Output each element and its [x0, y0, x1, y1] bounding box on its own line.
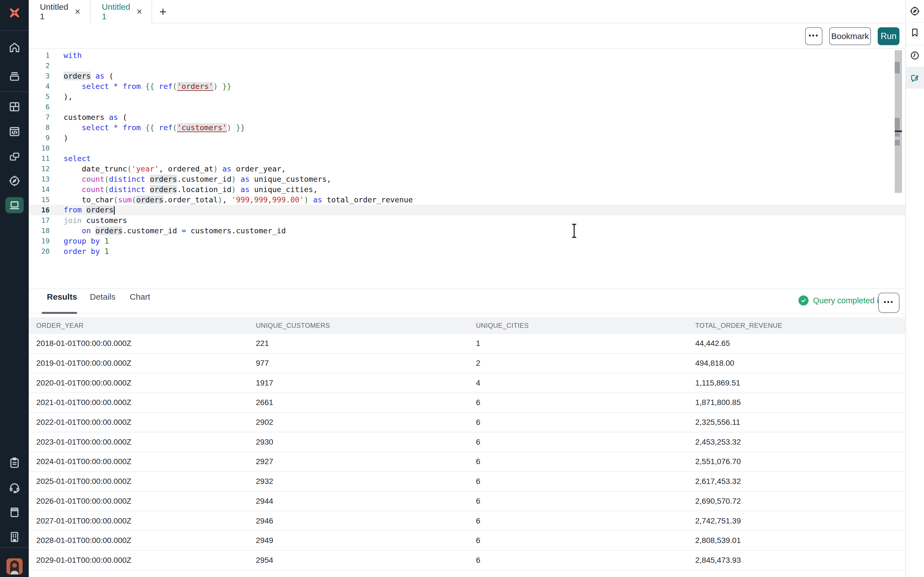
rail-item-ai-assistant[interactable]: [905, 69, 924, 87]
results-more-button[interactable]: •••: [878, 293, 900, 313]
cell-unique-customers: 221: [256, 339, 476, 348]
table-row[interactable]: 2024-01-01T00:00:00.000Z 2927 6 2,551,07…: [29, 452, 905, 472]
cell-total-order-revenue: 1,841,049.32: [695, 575, 905, 577]
table-row[interactable]: 2020-01-01T00:00:00.000Z 1917 4 1,115,86…: [29, 373, 905, 393]
table-row[interactable]: 2030-01-01T00:00:00.000Z 2879 6 1,841,04…: [29, 570, 905, 577]
table-row[interactable]: 2027-01-01T00:00:00.000Z 2946 6 2,742,75…: [29, 511, 905, 531]
code-text: customers as (: [50, 113, 127, 121]
table-row[interactable]: 2025-01-01T00:00:00.000Z 2932 6 2,617,45…: [29, 472, 905, 492]
cell-unique-customers: 1917: [256, 379, 476, 387]
tab-untitled-1[interactable]: Untitled 1 ✕: [29, 0, 90, 23]
line-number: 8: [29, 124, 50, 132]
sidebar-item-explore[interactable]: [0, 174, 29, 188]
column-header-unique-cities[interactable]: UNIQUE_CITIES: [476, 322, 695, 329]
close-icon[interactable]: ✕: [136, 8, 142, 16]
code-line[interactable]: 8 select * from {{ ref('customers') }}: [29, 122, 905, 133]
cell-total-order-revenue: 2,845,473.93: [695, 556, 905, 565]
table-row[interactable]: 2026-01-01T00:00:00.000Z 2944 6 2,690,57…: [29, 492, 905, 511]
code-line[interactable]: 10: [29, 143, 905, 153]
code-line[interactable]: 3 orders as (: [29, 71, 905, 81]
table-row[interactable]: 2018-01-01T00:00:00.000Z 221 1 44,442.65: [29, 334, 905, 354]
cell-order-year: 2027-01-01T00:00:00.000Z: [36, 516, 256, 525]
code-line[interactable]: 12 date_trunc('year', ordered_at) as ord…: [29, 164, 905, 174]
run-button[interactable]: Run: [878, 27, 900, 45]
code-line[interactable]: 2: [29, 61, 905, 71]
line-number: 11: [29, 155, 50, 163]
scroll-highlight-marker: [895, 62, 900, 73]
column-header-total-order-revenue[interactable]: TOTAL_ORDER_REVENUE: [695, 322, 905, 329]
sidebar-item-collections[interactable]: [0, 69, 29, 83]
sidebar-item-home[interactable]: [0, 40, 29, 54]
cell-order-year: 2024-01-01T00:00:00.000Z: [36, 457, 256, 466]
sidebar-item-organization[interactable]: [0, 530, 29, 544]
code-line[interactable]: 16 from orders: [29, 205, 905, 215]
sidebar-item-screens[interactable]: [0, 150, 29, 164]
code-line[interactable]: 17 join customers: [29, 215, 905, 226]
code-line[interactable]: 14 count(distinct orders.location_id) as…: [29, 184, 905, 195]
tab-chart[interactable]: Chart: [130, 292, 150, 301]
table-row[interactable]: 2021-01-01T00:00:00.000Z 2661 6 1,871,80…: [29, 393, 905, 413]
rail-item-history[interactable]: [905, 47, 924, 64]
code-line[interactable]: 1 with: [29, 50, 905, 61]
cell-total-order-revenue: 2,742,751.39: [695, 516, 905, 525]
sidebar-divider: [0, 92, 29, 92]
sidebar-item-apps[interactable]: [0, 100, 29, 114]
more-options-button[interactable]: •••: [805, 27, 822, 45]
table-row[interactable]: 2019-01-01T00:00:00.000Z 977 2 494,818.0…: [29, 354, 905, 374]
left-sidebar: [0, 0, 29, 577]
code-line[interactable]: 13 count(distinct orders.customer_id) as…: [29, 174, 905, 184]
sidebar-divider: [0, 547, 29, 548]
table-row[interactable]: 2028-01-01T00:00:00.000Z 2949 6 2,808,53…: [29, 531, 905, 551]
code-line[interactable]: 6: [29, 102, 905, 112]
rail-item-bookmarks[interactable]: [905, 24, 924, 42]
cell-total-order-revenue: 494,818.00: [695, 359, 905, 367]
code-text: ),: [50, 92, 73, 101]
cell-total-order-revenue: 2,551,076.70: [695, 457, 905, 466]
code-line[interactable]: 20 order by 1: [29, 246, 905, 256]
sidebar-item-notebook-selected[interactable]: [5, 197, 24, 213]
column-header-order-year[interactable]: ORDER_YEAR: [36, 322, 256, 329]
line-number: 3: [29, 72, 50, 80]
code-line[interactable]: 7 customers as (: [29, 112, 905, 122]
sidebar-item-clipboard[interactable]: [0, 456, 29, 470]
cell-total-order-revenue: 2,690,570.72: [695, 497, 905, 506]
sidebar-item-code[interactable]: [0, 125, 29, 139]
sidebar-item-support[interactable]: [0, 480, 29, 495]
close-icon[interactable]: ✕: [74, 8, 81, 16]
tab-details[interactable]: Details: [90, 292, 115, 301]
rail-item-explore[interactable]: [905, 2, 924, 20]
cell-order-year: 2029-01-01T00:00:00.000Z: [36, 556, 256, 565]
editor-scrollbar[interactable]: [895, 50, 902, 193]
cell-order-year: 2026-01-01T00:00:00.000Z: [36, 497, 256, 506]
column-header-unique-customers[interactable]: UNIQUE_CUSTOMERS: [256, 322, 476, 329]
cell-unique-cities: 6: [476, 575, 695, 577]
tab-untitled-2[interactable]: Untitled 1 ✕: [90, 0, 152, 23]
code-line[interactable]: 15 to_char(sum(orders.order_total), '999…: [29, 195, 905, 205]
table-row[interactable]: 2023-01-01T00:00:00.000Z 2930 6 2,453,25…: [29, 432, 905, 452]
code-line[interactable]: 18 on orders.customer_id = customers.cus…: [29, 226, 905, 236]
table-row[interactable]: 2029-01-01T00:00:00.000Z 2954 6 2,845,47…: [29, 551, 905, 571]
code-line[interactable]: 5 ),: [29, 92, 905, 102]
building-icon: [8, 530, 21, 543]
sidebar-item-docs[interactable]: [0, 505, 29, 519]
cell-toolbar: [29, 23, 905, 49]
code-line[interactable]: 9 ): [29, 133, 905, 143]
code-line[interactable]: 4 select * from {{ ref('orders') }}: [29, 81, 905, 92]
scroll-highlight-marker: [895, 118, 900, 131]
bookmark-icon: [909, 27, 921, 38]
line-number: 20: [29, 247, 50, 255]
bookmark-button[interactable]: Bookmark: [829, 27, 871, 45]
code-text: from orders: [50, 205, 115, 214]
hex-logo[interactable]: [0, 4, 29, 22]
code-window-icon: [8, 125, 21, 138]
table-row[interactable]: 2022-01-01T00:00:00.000Z 2902 6 2,325,55…: [29, 413, 905, 433]
code-line[interactable]: 11 select: [29, 153, 905, 164]
line-number: 13: [29, 175, 50, 183]
cell-order-year: 2030-01-01T00:00:00.000Z: [36, 575, 256, 577]
new-tab-button[interactable]: +: [154, 0, 172, 23]
active-tab-underline: [42, 312, 77, 314]
cell-order-year: 2020-01-01T00:00:00.000Z: [36, 379, 256, 387]
tab-results[interactable]: Results: [47, 292, 77, 301]
code-line[interactable]: 19 group by 1: [29, 236, 905, 246]
user-avatar[interactable]: [6, 558, 23, 574]
